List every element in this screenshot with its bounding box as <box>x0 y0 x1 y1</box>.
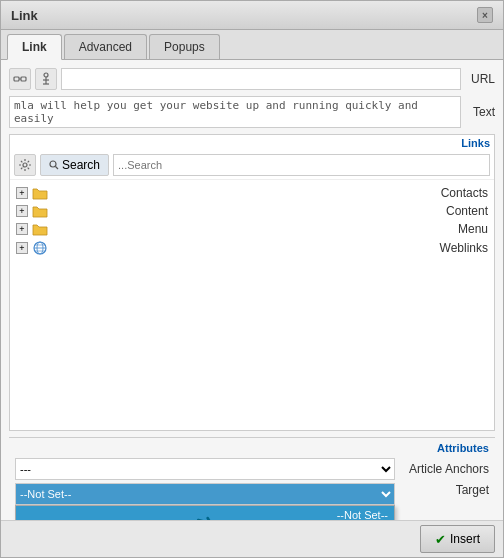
list-item[interactable]: + Weblinks <box>12 238 492 258</box>
article-anchors-row: --- Article Anchors <box>15 458 489 480</box>
search-input[interactable] <box>113 154 490 176</box>
expand-button[interactable]: + <box>16 242 28 254</box>
search-button[interactable]: Search <box>40 154 109 176</box>
folder-icon <box>32 223 48 236</box>
url-row: URL <box>9 68 495 90</box>
target-label: Target <box>399 483 489 497</box>
links-toolbar: Search <box>10 151 494 180</box>
article-anchors-label: Article Anchors <box>399 462 489 476</box>
search-button-label: Search <box>62 158 100 172</box>
dialog-title-text: Link <box>11 8 38 23</box>
target-dropdown-container: --Not Set-- --Not Set-- Open in current … <box>15 483 395 505</box>
url-icon-btn-2[interactable] <box>35 68 57 90</box>
dialog-title-bar: Link × <box>1 1 503 30</box>
link-icon <box>13 72 27 86</box>
article-anchors-select[interactable]: --- <box>15 458 395 480</box>
list-item[interactable]: + Contacts <box>12 184 492 202</box>
attributes-header: Attributes <box>15 442 489 454</box>
expand-button[interactable]: + <box>16 205 28 217</box>
links-section: Links Search <box>9 134 495 431</box>
close-button[interactable]: × <box>477 7 493 23</box>
target-row: --Not Set-- --Not Set-- Open in current … <box>15 483 489 505</box>
svg-rect-0 <box>14 77 19 81</box>
tab-advanced[interactable]: Advanced <box>64 34 147 59</box>
url-icon-btn-1[interactable] <box>9 68 31 90</box>
search-icon <box>49 160 59 170</box>
insert-button[interactable]: ✔ Insert <box>420 525 495 553</box>
links-header-label: Links <box>461 137 490 149</box>
svg-rect-1 <box>21 77 26 81</box>
svg-line-9 <box>56 167 59 170</box>
svg-point-8 <box>50 161 56 167</box>
dialog: Link × Link Advanced Popups <box>0 0 504 558</box>
list-item-label: Menu <box>52 222 488 236</box>
target-dropdown-menu: --Not Set-- Open in current window / fra… <box>15 505 395 520</box>
list-item[interactable]: + Content <box>12 202 492 220</box>
tabs-bar: Link Advanced Popups <box>1 30 503 60</box>
target-option-not-set[interactable]: --Not Set-- <box>16 506 394 520</box>
check-icon: ✔ <box>435 532 446 547</box>
text-label: Text <box>465 105 495 119</box>
list-item-label: Weblinks <box>52 241 488 255</box>
folder-icon <box>32 205 48 218</box>
tab-link[interactable]: Link <box>7 34 62 60</box>
folder-icon <box>32 187 48 200</box>
expand-button[interactable]: + <box>16 187 28 199</box>
list-item-label: Content <box>52 204 488 218</box>
expand-button[interactable]: + <box>16 223 28 235</box>
svg-point-3 <box>44 73 48 77</box>
attributes-section: Attributes --- Article Anchors --Not Set… <box>9 437 495 512</box>
insert-button-label: Insert <box>450 532 480 546</box>
url-label: URL <box>465 72 495 86</box>
links-header: Links <box>10 135 494 151</box>
links-list: + Contacts + Content + <box>10 180 494 430</box>
text-input[interactable]: mla will help you get your website up an… <box>9 96 461 128</box>
url-input[interactable] <box>61 68 461 90</box>
gear-button[interactable] <box>14 154 36 176</box>
tab-popups[interactable]: Popups <box>149 34 220 59</box>
svg-point-7 <box>23 163 27 167</box>
text-row: mla will help you get your website up an… <box>9 96 495 128</box>
list-item[interactable]: + Menu <box>12 220 492 238</box>
target-select-trigger[interactable]: --Not Set-- <box>15 483 395 505</box>
bottom-bar: ✔ Insert <box>1 520 503 557</box>
anchor-icon <box>39 72 53 86</box>
list-item-label: Contacts <box>52 186 488 200</box>
gear-icon <box>18 158 32 172</box>
globe-icon <box>32 240 48 256</box>
dialog-body: URL mla will help you get your website u… <box>1 60 503 520</box>
